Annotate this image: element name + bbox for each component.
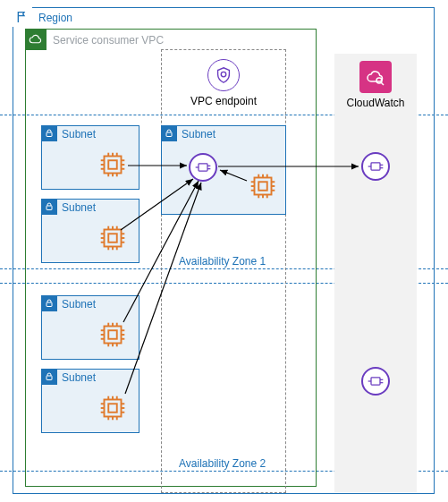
lock-icon	[41, 369, 57, 385]
diagram-canvas: Region Service consumer VPC VPC endpoint…	[0, 0, 448, 502]
svg-rect-1	[46, 132, 52, 137]
eni-icon	[189, 153, 217, 182]
svg-rect-46	[46, 376, 52, 380]
cloudwatch-label: CloudWatch	[334, 97, 417, 109]
vpc-endpoint-icon	[207, 59, 240, 91]
left-subnet-2: Subnet	[41, 199, 139, 263]
svg-rect-18	[108, 234, 117, 242]
az2-label: Availability Zone 2	[179, 457, 266, 470]
left-subnet-3: Subnet	[41, 295, 139, 360]
region-flag-icon	[13, 7, 32, 27]
svg-rect-61	[166, 132, 172, 137]
svg-rect-17	[105, 230, 122, 247]
az1-label: Availability Zone 1	[179, 255, 266, 268]
svg-rect-82	[371, 163, 380, 170]
subnet-label: Subnet	[182, 128, 216, 140]
svg-rect-86	[371, 378, 380, 385]
svg-rect-66	[255, 178, 272, 195]
svg-rect-32	[105, 327, 122, 344]
subnet-label: Subnet	[62, 371, 96, 384]
svg-rect-47	[105, 400, 122, 417]
cpu-icon	[96, 148, 130, 182]
region-label: Region	[38, 12, 72, 24]
lock-icon	[41, 125, 57, 141]
lock-icon	[161, 125, 177, 141]
vpc-endpoint-group: VPC endpoint	[161, 49, 286, 493]
vpc-label: Service consumer VPC	[53, 34, 164, 47]
svg-rect-67	[258, 182, 267, 191]
subnet-label: Subnet	[62, 128, 96, 140]
svg-rect-3	[108, 160, 117, 169]
lock-icon	[41, 295, 57, 311]
cpu-icon	[96, 391, 130, 425]
cloudwatch-eni-icon-2	[361, 367, 390, 396]
cpu-icon	[246, 169, 280, 203]
svg-rect-62	[199, 164, 207, 171]
svg-line-81	[381, 82, 384, 85]
left-subnet-1: Subnet	[41, 125, 139, 190]
svg-rect-16	[46, 206, 52, 210]
cloudwatch-eni-icon-1	[361, 152, 390, 181]
cpu-icon	[96, 221, 130, 255]
cloudwatch-icon	[359, 61, 392, 93]
vpc-cloud-icon	[25, 29, 46, 50]
vpc-endpoint-label: VPC endpoint	[162, 95, 285, 107]
cloudwatch-panel: CloudWatch	[334, 54, 417, 492]
svg-point-0	[221, 72, 226, 77]
svg-rect-33	[108, 330, 117, 339]
endpoint-subnet: Subnet	[161, 125, 286, 215]
lock-icon	[41, 199, 57, 215]
svg-rect-48	[108, 404, 117, 413]
subnet-label: Subnet	[62, 201, 96, 214]
cpu-icon	[96, 318, 130, 352]
left-subnet-4: Subnet	[41, 369, 139, 433]
subnet-label: Subnet	[62, 298, 96, 311]
svg-rect-2	[105, 157, 122, 174]
svg-rect-31	[46, 302, 52, 307]
